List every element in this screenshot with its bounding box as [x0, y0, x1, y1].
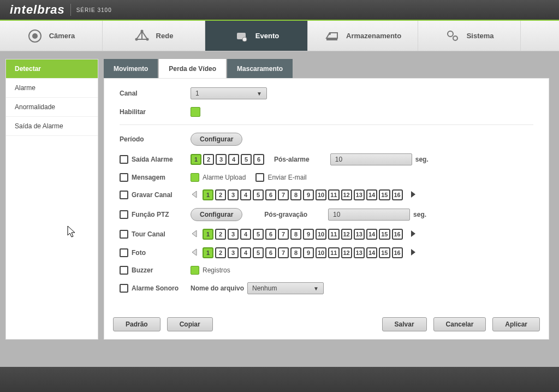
sidebar-detectar[interactable]: Detectar — [6, 60, 98, 79]
copiar-button[interactable]: Copiar — [167, 317, 213, 331]
ch-gravar-2[interactable]: 2 — [215, 189, 226, 200]
ch-foto-7[interactable]: 7 — [278, 247, 289, 258]
canal-dropdown[interactable]: 1 ▼ — [191, 87, 267, 99]
ch-tour-6[interactable]: 6 — [265, 229, 276, 240]
ch-tour-10[interactable]: 10 — [316, 229, 326, 240]
ch-gravar-12[interactable]: 12 — [341, 189, 352, 200]
gravar-next-icon[interactable] — [409, 190, 417, 200]
ch-foto-10[interactable]: 10 — [316, 247, 326, 258]
ch-foto-11[interactable]: 11 — [328, 247, 339, 258]
alarm-out-4[interactable]: 4 — [228, 154, 239, 165]
label-alarme-sonoro: Alarme Sonoro — [132, 284, 179, 292]
alarm-out-1[interactable]: 1 — [191, 154, 201, 165]
nav-armazenamento[interactable]: Armazenamento — [308, 21, 418, 51]
ch-foto-3[interactable]: 3 — [228, 247, 239, 258]
gravar-prev-icon[interactable] — [191, 190, 198, 200]
ch-gravar-6[interactable]: 6 — [265, 189, 276, 200]
svg-point-9 — [448, 31, 453, 37]
funcao-ptz-checkbox[interactable] — [120, 210, 128, 219]
alarm-out-6[interactable]: 6 — [253, 154, 264, 165]
habilitar-toggle[interactable] — [191, 107, 200, 117]
ch-tour-4[interactable]: 4 — [240, 229, 251, 240]
tour-canal-checkbox[interactable] — [120, 230, 128, 239]
ch-gravar-8[interactable]: 8 — [290, 189, 301, 200]
ch-gravar-7[interactable]: 7 — [278, 189, 289, 200]
ch-foto-1[interactable]: 1 — [203, 247, 213, 258]
ch-foto-12[interactable]: 12 — [341, 247, 352, 258]
ch-gravar-14[interactable]: 14 — [366, 189, 377, 200]
ch-tour-12[interactable]: 12 — [341, 229, 352, 240]
registros-checkbox[interactable] — [191, 266, 199, 275]
aplicar-button[interactable]: Aplicar — [492, 317, 540, 331]
buzzer-checkbox[interactable] — [120, 266, 128, 275]
ch-tour-5[interactable]: 5 — [253, 229, 264, 240]
ch-tour-16[interactable]: 16 — [392, 229, 403, 240]
alarm-out-5[interactable]: 5 — [241, 154, 252, 165]
alarme-sonoro-checkbox[interactable] — [120, 284, 128, 293]
ch-foto-9[interactable]: 9 — [303, 247, 314, 258]
nav-rede[interactable]: Rede — [103, 21, 205, 51]
tab-perda-video[interactable]: Perda de Vídeo — [159, 59, 226, 78]
chevron-down-icon: ▼ — [257, 91, 262, 97]
alarme-upload-checkbox[interactable] — [191, 173, 199, 182]
ch-foto-6[interactable]: 6 — [265, 247, 276, 258]
ch-gravar-5[interactable]: 5 — [253, 189, 264, 200]
ch-foto-15[interactable]: 15 — [379, 247, 390, 258]
ch-gravar-15[interactable]: 15 — [379, 189, 390, 200]
ch-gravar-13[interactable]: 13 — [354, 189, 365, 200]
nome-arquivo-dropdown[interactable]: Nenhum ▼ — [247, 282, 324, 294]
sidebar-anormalidade[interactable]: Anormalidade — [6, 98, 98, 117]
ch-gravar-9[interactable]: 9 — [303, 189, 314, 200]
ch-gravar-4[interactable]: 4 — [240, 189, 251, 200]
tab-movimento[interactable]: Movimento — [104, 59, 158, 78]
ch-tour-13[interactable]: 13 — [354, 229, 365, 240]
label-pos-gravacao: Pós-gravação — [264, 211, 307, 218]
pos-alarme-input[interactable]: 10 — [330, 153, 412, 165]
foto-next-icon[interactable] — [409, 248, 417, 258]
periodo-configurar-button[interactable]: Configurar — [191, 133, 242, 146]
tour-prev-icon[interactable] — [191, 229, 198, 240]
tour-next-icon[interactable] — [409, 229, 417, 240]
ch-gravar-3[interactable]: 3 — [228, 189, 239, 200]
ch-tour-11[interactable]: 11 — [328, 229, 339, 240]
ch-tour-15[interactable]: 15 — [379, 229, 390, 240]
ch-foto-8[interactable]: 8 — [290, 247, 301, 258]
saida-alarme-checkbox[interactable] — [120, 155, 128, 164]
nav-sistema[interactable]: Sistema — [418, 21, 521, 51]
ch-tour-7[interactable]: 7 — [278, 229, 289, 240]
ch-gravar-10[interactable]: 10 — [316, 189, 326, 200]
nav-evento[interactable]: Evento — [205, 21, 308, 51]
mensagem-checkbox[interactable] — [120, 173, 128, 182]
ch-gravar-11[interactable]: 11 — [328, 189, 339, 200]
ch-tour-8[interactable]: 8 — [290, 229, 301, 240]
foto-checkbox[interactable] — [120, 248, 128, 257]
ch-tour-9[interactable]: 9 — [303, 229, 314, 240]
sidebar-alarme[interactable]: Alarme — [6, 79, 98, 98]
ch-foto-5[interactable]: 5 — [253, 247, 264, 258]
ch-tour-14[interactable]: 14 — [366, 229, 377, 240]
alarm-out-2[interactable]: 2 — [203, 154, 214, 165]
ch-foto-14[interactable]: 14 — [366, 247, 377, 258]
tab-mascaramento[interactable]: Mascaramento — [227, 59, 293, 78]
ch-foto-16[interactable]: 16 — [392, 247, 403, 258]
tabs: Movimento Perda de Vídeo Mascaramento — [104, 59, 549, 78]
foto-prev-icon[interactable] — [191, 248, 198, 258]
ch-tour-3[interactable]: 3 — [228, 229, 239, 240]
padrao-button[interactable]: Padrão — [113, 317, 160, 331]
pos-gravacao-input[interactable]: 10 — [328, 209, 410, 221]
ch-gravar-1[interactable]: 1 — [203, 189, 213, 200]
nav-camera[interactable]: Câmera — [0, 21, 103, 51]
cancelar-button[interactable]: Cancelar — [433, 317, 486, 331]
ch-foto-4[interactable]: 4 — [240, 247, 251, 258]
alarm-out-3[interactable]: 3 — [216, 154, 227, 165]
ch-foto-2[interactable]: 2 — [215, 247, 226, 258]
enviar-email-checkbox[interactable] — [255, 173, 264, 182]
ptz-configurar-button[interactable]: Configurar — [191, 208, 242, 221]
ch-foto-13[interactable]: 13 — [354, 247, 365, 258]
sidebar-saida-alarme[interactable]: Saída de Alarme — [6, 117, 98, 136]
ch-gravar-16[interactable]: 16 — [392, 189, 403, 200]
gravar-canal-checkbox[interactable] — [120, 191, 128, 199]
salvar-button[interactable]: Salvar — [382, 317, 427, 331]
ch-tour-2[interactable]: 2 — [215, 229, 226, 240]
ch-tour-1[interactable]: 1 — [203, 229, 213, 240]
